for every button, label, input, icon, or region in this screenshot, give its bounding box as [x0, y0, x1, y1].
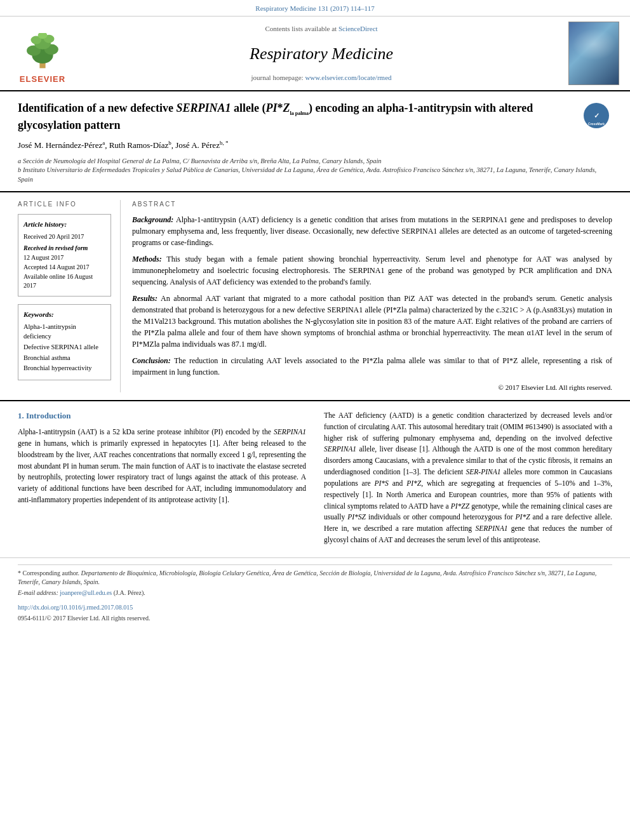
issn-line: 0954-6111/© 2017 Elsevier Ltd. All right…: [18, 614, 612, 623]
received-line: Received 20 April 2017: [23, 232, 105, 241]
journal-header: ELSEVIER Contents lists available at Sci…: [0, 17, 630, 91]
keyword-1: Alpha-1-antitrypsin deficiency: [23, 323, 105, 341]
elsevier-tree-icon: [20, 33, 65, 71]
crossmark-badge: ✓ CrossMark: [584, 103, 612, 131]
article-info-abstract-section: ARTICLE INFO Article history: Received 2…: [0, 192, 630, 401]
svg-text:CrossMark: CrossMark: [588, 122, 605, 126]
email-link[interactable]: joanpere@ull.edu.es: [60, 589, 112, 596]
article-history-title: Article history:: [23, 220, 105, 229]
crossmark-icon: ✓ CrossMark: [584, 103, 609, 128]
email-line: E-mail address: joanpere@ull.edu.es (J.A…: [18, 589, 612, 597]
online-line: Available online 16 August 2017: [23, 272, 105, 290]
revised-label: Received in revised form: [23, 244, 105, 253]
elsevier-wordmark: ELSEVIER: [20, 74, 65, 85]
author1-link[interactable]: José M. Hernández-Pérez: [18, 140, 102, 150]
intro-left-col: 1. Introduction Alpha-1-antitrypsin (AAT…: [0, 410, 315, 551]
journal-cover-area: [565, 22, 622, 85]
paper-title: Identification of a new defective SERPIN…: [18, 100, 576, 133]
introduction-section: 1. Introduction Alpha-1-antitrypsin (AAT…: [0, 401, 630, 557]
affiliation-b: b Instituto Universitario de Enfermedade…: [18, 166, 612, 184]
accepted-line: Accepted 14 August 2017: [23, 263, 105, 272]
footer-section: * Corresponding author. Departamento de …: [0, 557, 630, 628]
journal-homepage: journal homepage: www.elsevier.com/locat…: [251, 73, 391, 83]
elsevier-logo-area: ELSEVIER: [8, 22, 77, 85]
sciencedirect-line: Contents lists available at ScienceDirec…: [265, 24, 377, 34]
doi-link[interactable]: http://dx.doi.org/10.1016/j.rmed.2017.08…: [18, 604, 133, 611]
keywords-box: Keywords: Alpha-1-antitrypsin deficiency…: [18, 304, 111, 380]
article-info-column: ARTICLE INFO Article history: Received 2…: [0, 200, 121, 392]
svg-text:✓: ✓: [594, 112, 600, 119]
paper-title-section: Identification of a new defective SERPIN…: [0, 91, 630, 192]
journal-citation: Respiratory Medicine 131 (2017) 114–117: [255, 4, 374, 12]
abstract-results: Results: An abnormal AAT variant that mi…: [132, 293, 612, 350]
intro-paragraph-2: The AAT deficiency (AATD) is a genetic c…: [324, 410, 612, 546]
affiliations: a Sección de Neumología del Hospital Gen…: [18, 157, 612, 185]
article-info-label: ARTICLE INFO: [18, 200, 111, 209]
author3-link[interactable]: José A. Pérez: [175, 140, 220, 150]
intro-right-col: The AAT deficiency (AATD) is a genetic c…: [315, 410, 630, 551]
abstract-text: Background: Alpha-1-antitrypsin (AAT) de…: [132, 214, 612, 392]
authors-line: José M. Hernández-Péreza, Ruth Ramos-Día…: [18, 139, 612, 152]
abstract-methods: Methods: This study began with a female …: [132, 253, 612, 288]
copyright-line: © 2017 Elsevier Ltd. All rights reserved…: [132, 383, 612, 392]
journal-bar: Respiratory Medicine 131 (2017) 114–117: [0, 0, 630, 17]
revised-date: 12 August 2017: [23, 253, 105, 262]
keywords-title: Keywords:: [23, 310, 105, 319]
doi-line: http://dx.doi.org/10.1016/j.rmed.2017.08…: [18, 603, 612, 612]
affiliation-a: a Sección de Neumología del Hospital Gen…: [18, 157, 612, 166]
article-history-box: Article history: Received 20 April 2017 …: [18, 214, 111, 297]
journal-cover-image: [568, 22, 619, 85]
intro-section-title: 1. Introduction: [18, 410, 306, 422]
author2-link[interactable]: Ruth Ramos-Díaz: [109, 140, 169, 150]
journal-title: Respiratory Medicine: [250, 44, 393, 63]
corresponding-author-note: * Corresponding author. Departamento de …: [18, 569, 612, 587]
paper-title-row: Identification of a new defective SERPIN…: [18, 100, 612, 133]
abstract-label: ABSTRACT: [132, 200, 612, 209]
intro-paragraph-1: Alpha-1-antitrypsin (AAT) is a 52 kDa se…: [18, 427, 306, 506]
sciencedirect-link[interactable]: ScienceDirect: [338, 25, 378, 32]
keyword-2: Defective SERPINA1 allele: [23, 343, 105, 352]
abstract-conclusion: Conclusion: The reduction in circulating…: [132, 355, 612, 378]
keyword-3: Bronchial asthma: [23, 354, 105, 363]
homepage-link[interactable]: www.elsevier.com/locate/rmed: [305, 74, 391, 81]
keyword-4: Bronchial hyperreactivity: [23, 364, 105, 373]
abstract-column: ABSTRACT Background: Alpha-1-antitrypsin…: [121, 200, 630, 392]
elsevier-logo: ELSEVIER: [8, 33, 77, 85]
abstract-background: Background: Alpha-1-antitrypsin (AAT) de…: [132, 214, 612, 248]
journal-title-area: Contents lists available at ScienceDirec…: [84, 22, 559, 85]
